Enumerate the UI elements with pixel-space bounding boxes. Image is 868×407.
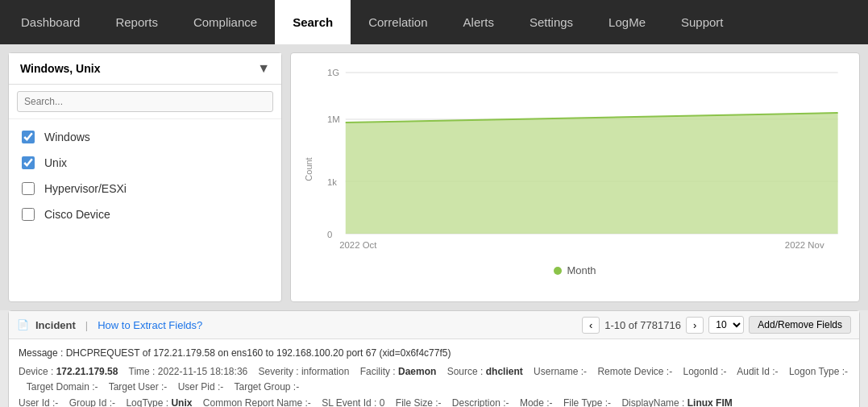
log-field-remote-label: Remote Device :- <box>597 366 672 377</box>
log-field-audit-label: Audit Id :- <box>737 366 778 377</box>
log-field-targetgroup-label: Target Group :- <box>234 381 299 392</box>
hypervisor-label: Hypervisor/ESXi <box>44 182 127 195</box>
prev-page-button[interactable]: ‹ <box>582 317 600 334</box>
chart-area: 1G 1M 1k 0 Count 2022 Oct 2022 <box>304 64 846 258</box>
log-field-device-val: 172.21.179.58 <box>56 366 118 377</box>
hypervisor-checkbox[interactable] <box>22 182 35 195</box>
log-field-userpid-label: User Pid :- <box>178 381 224 392</box>
chart-svg: 1G 1M 1k 0 Count 2022 Oct 2022 <box>304 64 846 258</box>
log-field-filesize-label: File Size :- <box>396 397 442 407</box>
log-field-userid-label: User Id :- <box>19 397 58 407</box>
main-content: Windows, Unix ▼ Windows Unix Hypervisor/… <box>0 44 868 310</box>
log-field-source-label: Source : <box>447 366 486 377</box>
log-field-description-label: Description :- <box>452 397 509 407</box>
navigation: Dashboard Reports Compliance Search Corr… <box>0 0 868 44</box>
y-axis-title: Count <box>304 156 314 181</box>
log-field-time-val: 2022-11-15 18:18:36 <box>158 366 247 377</box>
log-field-time-label: Time : <box>129 366 158 377</box>
cisco-label: Cisco Device <box>44 208 110 221</box>
log-message: Message : DHCPREQUEST of 172.21.179.58 o… <box>19 346 849 361</box>
log-field-mode-label: Mode :- <box>520 397 553 407</box>
log-field-displayname-val: Linux FIM <box>687 397 733 407</box>
search-box-container <box>9 85 281 119</box>
y-label-1g: 1G <box>327 68 339 77</box>
incident-label: Incident <box>35 319 76 331</box>
nav-settings[interactable]: Settings <box>512 0 591 44</box>
checkbox-cisco[interactable]: Cisco Device <box>9 201 281 227</box>
checkbox-list: Windows Unix Hypervisor/ESXi Cisco Devic… <box>9 119 281 232</box>
nav-search[interactable]: Search <box>275 0 351 44</box>
log-field-severity-label: Severity : <box>259 366 301 377</box>
nav-dashboard[interactable]: Dashboard <box>3 0 98 44</box>
windows-checkbox[interactable] <box>22 131 35 143</box>
nav-alerts[interactable]: Alerts <box>446 0 512 44</box>
bottom-toolbar: 📄 Incident | How to Extract Fields? ‹ 1-… <box>9 311 859 339</box>
log-fields-line1: Device : 172.21.179.58 Time : 2022-11-15… <box>19 364 849 395</box>
nav-compliance[interactable]: Compliance <box>176 0 275 44</box>
log-field-targetdomain-label: Target Domain :- <box>27 381 98 392</box>
dropdown-label: Windows, Unix <box>20 62 100 75</box>
x-label-nov: 2022 Nov <box>785 240 824 250</box>
nav-correlation[interactable]: Correlation <box>351 0 445 44</box>
chart-area-fill <box>346 113 838 234</box>
log-field-logtype-val: Unix <box>171 397 192 407</box>
nav-support[interactable]: Support <box>663 0 741 44</box>
pagination-area: ‹ 1-10 of 7781716 › 10 25 50 Add/Remove … <box>582 316 851 334</box>
legend-label-month: Month <box>567 264 596 276</box>
unix-checkbox[interactable] <box>22 156 35 169</box>
log-field-slevent-label: SL Event Id : <box>322 397 380 407</box>
page-size-select[interactable]: 10 25 50 <box>708 316 744 334</box>
pagination-text: 1-10 of 7781716 <box>604 319 681 331</box>
nav-logme[interactable]: LogMe <box>591 0 663 44</box>
y-label-0: 0 <box>327 230 332 239</box>
checkbox-windows[interactable]: Windows <box>9 124 281 150</box>
log-field-logon-label: LogonId :- <box>683 366 727 377</box>
log-field-logtype-label: LogType : <box>126 397 171 407</box>
log-field-logontype-label: Logon Type :- <box>789 366 848 377</box>
log-field-filetype-label: File Type :- <box>563 397 611 407</box>
log-field-facility-label: Facility : <box>360 366 398 377</box>
checkbox-unix[interactable]: Unix <box>9 150 281 176</box>
toolbar-separator: | <box>85 319 88 331</box>
log-entry: Message : DHCPREQUEST of 172.21.179.58 o… <box>9 339 859 407</box>
filter-search-input[interactable] <box>17 91 273 112</box>
log-field-facility-val: Daemon <box>398 366 436 377</box>
log-field-device-label: Device : <box>19 366 56 377</box>
next-page-button[interactable]: › <box>686 317 704 334</box>
log-field-targetuser-label: Target User :- <box>109 381 168 392</box>
chevron-down-icon: ▼ <box>257 61 270 76</box>
log-field-groupid-label: Group Id :- <box>69 397 115 407</box>
incident-icon: 📄 <box>17 319 29 330</box>
source-dropdown[interactable]: Windows, Unix ▼ <box>9 53 281 85</box>
y-label-1m: 1M <box>327 114 340 124</box>
chart-panel: 1G 1M 1k 0 Count 2022 Oct 2022 <box>290 52 860 302</box>
add-remove-fields-button[interactable]: Add/Remove Fields <box>749 316 851 334</box>
bottom-section: 📄 Incident | How to Extract Fields? ‹ 1-… <box>8 310 860 407</box>
x-label-oct: 2022 Oct <box>339 240 377 250</box>
log-field-commonreport-label: Common Report Name :- <box>203 397 311 407</box>
checkbox-hypervisor[interactable]: Hypervisor/ESXi <box>9 176 281 201</box>
nav-reports[interactable]: Reports <box>98 0 176 44</box>
legend-dot-month <box>554 267 562 275</box>
log-field-displayname-label: DisplayName : <box>621 397 687 407</box>
log-field-source-val: dhclient <box>486 366 523 377</box>
log-fields-line2: User Id :- Group Id :- LogType : Unix Co… <box>19 396 849 407</box>
log-field-severity-val: information <box>301 366 349 377</box>
windows-label: Windows <box>44 131 90 143</box>
extract-fields-link[interactable]: How to Extract Fields? <box>98 319 202 331</box>
chart-legend: Month <box>304 264 846 276</box>
cisco-checkbox[interactable] <box>22 208 35 221</box>
log-field-username-label: Username :- <box>534 366 587 377</box>
log-field-slevent-val: 0 <box>380 397 385 407</box>
unix-label: Unix <box>44 156 67 169</box>
filter-panel: Windows, Unix ▼ Windows Unix Hypervisor/… <box>8 52 282 302</box>
y-label-1k: 1k <box>327 177 337 187</box>
